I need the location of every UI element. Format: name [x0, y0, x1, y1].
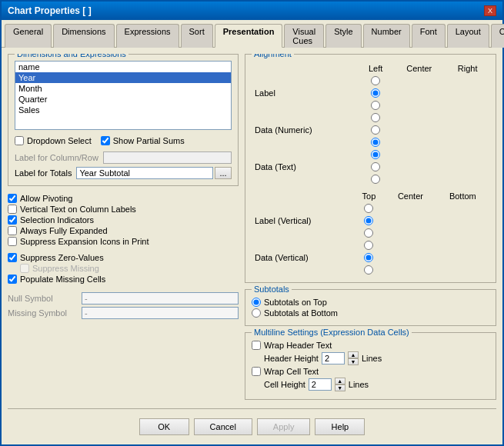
tab-caption[interactable]: Caption: [491, 24, 504, 48]
align-label-v-center[interactable]: [353, 215, 386, 227]
alignment-table: Left Center Right Label: [252, 62, 489, 185]
align-label-left[interactable]: [359, 75, 392, 87]
window-title: Chart Properties [ ]: [8, 5, 92, 16]
align-label-name: Label: [252, 75, 359, 112]
wrap-cell-checkbox[interactable]: [252, 367, 261, 376]
list-item-quarter[interactable]: Quarter: [15, 94, 231, 105]
dim-expr-list[interactable]: name Year Month Quarter Sales: [15, 61, 232, 130]
tab-style[interactable]: Style: [325, 24, 361, 48]
wrap-header-label: Wrap Header Text: [264, 341, 332, 350]
cancel-button[interactable]: Cancel: [194, 418, 252, 435]
vertical-text-row: Vertical Text on Column Labels: [8, 205, 239, 214]
align-label-v-bottom[interactable]: [353, 227, 386, 239]
totals-input[interactable]: [76, 167, 213, 179]
vertical-text-checkbox[interactable]: [8, 205, 17, 214]
align-numeric-row: Data (Numeric): [252, 112, 489, 148]
align-numeric-left[interactable]: [359, 112, 392, 124]
cell-height-label: Cell Height: [264, 380, 305, 389]
left-panel: Dimensions and Expressions name Year Mon…: [8, 54, 239, 404]
null-symbol-input[interactable]: [82, 292, 239, 305]
suppress-zero-row: Suppress Zero-Values: [8, 253, 239, 262]
align-center-header: Center: [392, 62, 446, 75]
tab-sort[interactable]: Sort: [181, 24, 213, 48]
suppress-missing-checkbox[interactable]: [20, 264, 29, 273]
align-text-left[interactable]: [359, 148, 392, 161]
align-label-right[interactable]: [359, 99, 392, 112]
tab-presentation[interactable]: Presentation: [215, 24, 283, 48]
align-label-center[interactable]: [359, 87, 392, 99]
multiline-group: Multiline Settings (Expression Data Cell…: [245, 332, 496, 400]
tab-layout[interactable]: Layout: [447, 24, 489, 48]
subtotals-group: Subtotals Subtotals on Top Subtotals at …: [245, 289, 496, 326]
subtotals-top-radio[interactable]: [252, 298, 261, 307]
align-numeric-right[interactable]: [359, 136, 392, 148]
always-expanded-checkbox[interactable]: [8, 226, 17, 235]
subtotals-bottom-radio[interactable]: [252, 308, 261, 318]
align-bottom-header: Bottom: [436, 190, 489, 202]
tab-dimensions[interactable]: Dimensions: [53, 24, 114, 48]
subtotals-bottom-label: Subtotals at Bottom: [264, 308, 338, 318]
cell-height-input[interactable]: [309, 378, 332, 391]
title-bar-controls: X: [484, 5, 496, 16]
alignment-title: Alignment: [252, 54, 294, 58]
dropdown-select-checkbox[interactable]: [15, 136, 24, 145]
list-item-year[interactable]: Year: [15, 72, 231, 83]
suppress-zero-checkbox[interactable]: [8, 253, 17, 262]
align-text-right[interactable]: [359, 173, 392, 185]
tab-expressions[interactable]: Expressions: [116, 24, 179, 48]
align-data-v-bottom[interactable]: [353, 264, 386, 276]
align-numeric-center[interactable]: [359, 124, 392, 136]
suppress-zero-label: Suppress Zero-Values: [20, 253, 104, 262]
main-area: Dimensions and Expressions name Year Mon…: [8, 54, 496, 404]
multiline-title: Multiline Settings (Expression Data Cell…: [252, 328, 412, 337]
totals-input-wrap: ...: [76, 167, 232, 179]
cell-height-down[interactable]: ▼: [335, 384, 345, 391]
tab-font[interactable]: Font: [412, 24, 446, 48]
tab-number[interactable]: Number: [363, 24, 410, 48]
align-data-v-top[interactable]: [353, 239, 386, 251]
close-button[interactable]: X: [484, 5, 496, 16]
vertical-text-label: Vertical Text on Column Labels: [20, 205, 136, 214]
header-height-down[interactable]: ▼: [348, 358, 359, 365]
right-panel: Alignment Left Center Right: [245, 54, 496, 404]
selection-indicators-row: Selection Indicators: [8, 215, 239, 225]
show-partial-sums-checkbox[interactable]: [101, 136, 110, 145]
label-column-row: Label for Column/Row: [15, 151, 232, 164]
list-item-month[interactable]: Month: [15, 83, 231, 94]
populate-missing-checkbox[interactable]: [8, 275, 17, 284]
suppress-missing-label: Suppress Missing: [32, 264, 99, 273]
header-lines-label: Lines: [362, 354, 382, 363]
label-column-row-input[interactable]: [103, 151, 232, 164]
cell-lines-label: Lines: [349, 380, 369, 389]
dim-expr-title: Dimensions and Expressions: [15, 54, 129, 58]
dropdown-select-label: Dropdown Select: [27, 136, 92, 145]
align-label-v-top[interactable]: [353, 202, 386, 215]
selection-indicators-checkbox[interactable]: [8, 215, 17, 225]
footer-buttons: OK Cancel Apply Help: [8, 414, 496, 438]
tab-visual-cues[interactable]: Visual Cues: [284, 24, 324, 48]
align-label-vertical-row: Label (Vertical): [252, 202, 489, 239]
footer-divider: [8, 408, 496, 409]
align-top-header: Top: [353, 190, 386, 202]
cell-height-row: Cell Height ▲ ▼ Lines: [264, 378, 489, 391]
help-button[interactable]: Help: [315, 418, 365, 435]
header-height-input[interactable]: [322, 352, 345, 364]
browse-button[interactable]: ...: [215, 167, 232, 179]
tab-general[interactable]: General: [5, 24, 52, 48]
ok-button[interactable]: OK: [139, 418, 189, 435]
align-data-v-center[interactable]: [353, 251, 386, 264]
align-text-center[interactable]: [359, 161, 392, 173]
suppress-expansion-checkbox[interactable]: [8, 237, 17, 246]
list-item-sales[interactable]: Sales: [15, 105, 231, 115]
wrap-header-checkbox[interactable]: [252, 341, 261, 350]
suppress-missing-row: Suppress Missing: [20, 264, 239, 273]
cell-height-up[interactable]: ▲: [335, 378, 345, 384]
header-height-label: Header Height: [264, 354, 319, 363]
apply-button[interactable]: Apply: [257, 418, 311, 435]
label-column-row-label: Label for Column/Row: [15, 153, 98, 162]
list-item-name[interactable]: name: [15, 62, 231, 72]
missing-symbol-input[interactable]: [82, 307, 239, 319]
header-height-up[interactable]: ▲: [348, 351, 359, 358]
allow-pivoting-checkbox[interactable]: [8, 194, 17, 203]
options-section: Allow Pivoting Vertical Text on Column L…: [8, 192, 239, 321]
